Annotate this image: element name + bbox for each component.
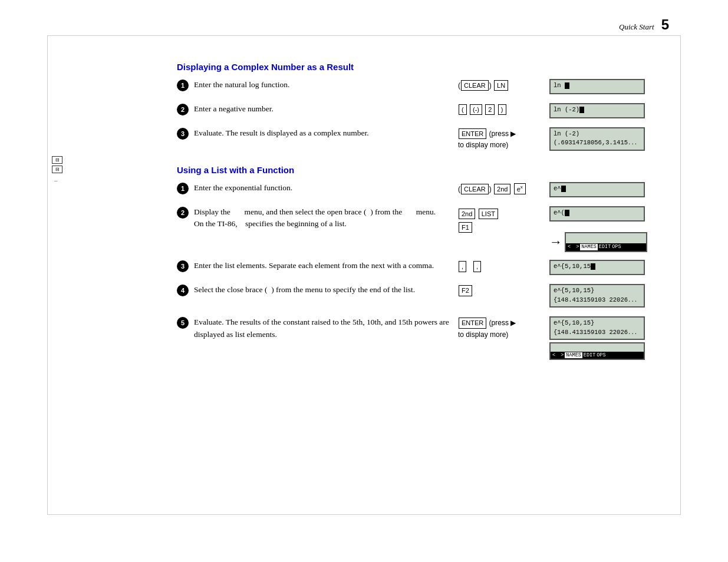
section2-step5: 5 Evaluate. The results of the constant … (177, 316, 648, 360)
margin-icon-bottom: ⊟ (52, 166, 62, 173)
menu-item-ops: OPS (612, 244, 621, 251)
s2-step-bullet-4: 4 (177, 285, 189, 296)
step3-screen: ln (-2) (.69314718056,3.1415... (549, 127, 648, 154)
menu-item-edit: EDIT (599, 244, 611, 251)
menu-item-space (572, 244, 575, 251)
s2-step1-screen: e^ (549, 182, 648, 201)
screen-s2-2b-content (566, 233, 646, 243)
step2-keys: ( (-) 2 ) (458, 103, 549, 115)
menu-item-names: NAMES (580, 244, 598, 251)
page-header: Quick Start 5 (619, 16, 669, 33)
section2-step2: 2 Display the menu, and then select the … (177, 206, 648, 254)
section2-steps: 1 Enter the exponential function. (CLEAR… (177, 182, 648, 360)
cursor-s2-2 (565, 210, 569, 216)
key-enter-2: ENTER (459, 318, 486, 328)
s2-step4-desc: Select the close brace ( ) from the menu… (194, 284, 458, 296)
menu2-item-ops: OPS (597, 352, 605, 358)
step3-keys: ENTER (press ▶to display more) (458, 127, 549, 151)
step-bullet-3: 3 (177, 128, 189, 140)
s2-step-bullet-1: 1 (177, 183, 189, 194)
section2-step1: 1 Enter the exponential function. (CLEAR… (177, 182, 648, 201)
border-left (47, 35, 48, 515)
key-clear-2: CLEAR (461, 184, 489, 194)
step2-screen: ln (-2) (549, 103, 648, 122)
menu2-item-gt: > (561, 352, 564, 358)
screen-s2-4: e^{5,10,15}{148.413159103 22026... (549, 284, 645, 308)
left-margin-icons: ⊟ ⊟ – (52, 156, 62, 184)
s2-step-bullet-3: 3 (177, 260, 189, 272)
s2-step4-keys: F2 (458, 284, 549, 296)
section1-steps: 1 Enter the natural log function. (CLEAR… (177, 79, 648, 154)
header-title: Quick Start (619, 22, 654, 32)
key-f1: F1 (459, 222, 472, 233)
key-open-paren: ( (459, 104, 467, 115)
screen-3: ln (-2) (.69314718056,3.1415... (549, 127, 645, 151)
s2-step5-desc: Evaluate. The results of the constant ra… (194, 316, 458, 340)
arrow-row: → < > NAMES EDIT OPS (549, 232, 648, 252)
key-2nd-1: 2nd (494, 184, 510, 194)
cursor-1 (565, 82, 569, 89)
border-right (680, 35, 681, 515)
screen-s2-3: e^{5,10,15 (549, 260, 645, 275)
s2-step3-desc: Enter the list elements. Separate each e… (194, 260, 458, 272)
menu-item-gt: > (576, 244, 579, 251)
cursor-2 (579, 107, 584, 113)
menu2-item-space (556, 352, 559, 358)
step-bullet-1: 1 (177, 80, 189, 91)
arrow-right-icon: → (549, 234, 562, 250)
menu2-item-names: NAMES (565, 352, 582, 358)
s2-step2-keys: 2nd LIST F1 (458, 206, 549, 234)
key-ln: LN (494, 80, 508, 91)
s2-step2-desc: Display the menu, and then select the op… (194, 206, 458, 230)
menu2-item-lt: < (552, 352, 555, 358)
menu-item-lt: < (568, 244, 571, 251)
s2-step3-keys: , , (458, 260, 549, 272)
menu-bar-1: < > NAMES EDIT OPS (566, 243, 646, 252)
section2-title: Using a List with a Function (177, 165, 648, 175)
cursor-s2-3 (591, 263, 595, 270)
margin-icon-top: ⊟ (52, 156, 62, 164)
step3-desc: Evaluate. The result is displayed as a c… (194, 127, 458, 139)
step1-desc: Enter the natural log function. (194, 79, 458, 91)
key-clear: CLEAR (461, 80, 489, 91)
screen-s2-5b: < > NAMES EDIT OPS (549, 342, 645, 360)
s2-step2-screen: e^( → < > NAMES EDIT OPS (549, 206, 648, 254)
header-page-number: 5 (661, 16, 669, 33)
key-close-paren: ) (498, 104, 506, 115)
key-ex: ex (514, 183, 526, 194)
screen-s2-2b: < > NAMES EDIT OPS (565, 232, 647, 252)
border-top (47, 35, 681, 36)
step1-keys: (CLEAR) LN (458, 79, 549, 91)
margin-dash: – (54, 177, 62, 184)
key-neg: (-) (470, 104, 482, 115)
s2-step-bullet-2: 2 (177, 207, 189, 219)
screen-s2-2a: e^( (549, 206, 645, 222)
menu2-item-edit: EDIT (584, 352, 595, 358)
border-bottom (47, 514, 681, 515)
s2-step-bullet-5: 5 (177, 317, 189, 329)
cursor-s2-1 (561, 186, 566, 192)
section1-step3: 3 Evaluate. The result is displayed as a… (177, 127, 648, 154)
s2-step4-screen: e^{5,10,15}{148.413159103 22026... (549, 284, 648, 311)
screen-s2-5b-content (551, 343, 644, 352)
screen-s2-1: e^ (549, 182, 645, 197)
s2-step5-screen: e^{5,10,15}{148.413159103 22026... < > N… (549, 316, 648, 360)
step-bullet-2: 2 (177, 104, 189, 115)
page: Quick Start 5 ⊟ ⊟ – Displaying a Complex… (0, 0, 728, 562)
section1-step2: 2 Enter a negative number. ( (-) 2 ) ln … (177, 103, 648, 122)
section2-step3: 3 Enter the list elements. Separate each… (177, 260, 648, 279)
screen-2: ln (-2) (549, 103, 645, 118)
key-comma-2: , (473, 261, 481, 272)
key-list: LIST (479, 209, 498, 219)
step1-screen: ln (549, 79, 648, 98)
screen-1: ln (549, 79, 645, 94)
section2-step4: 4 Select the close brace ( ) from the me… (177, 284, 648, 311)
section1-step1: 1 Enter the natural log function. (CLEAR… (177, 79, 648, 98)
s2-step3-screen: e^{5,10,15 (549, 260, 648, 279)
key-enter-1: ENTER (459, 128, 486, 139)
key-f2: F2 (459, 285, 472, 296)
screen-s2-5a: e^{5,10,15}{148.413159103 22026... (549, 316, 645, 340)
s2-step5-keys: ENTER (press ▶to display more) (458, 316, 549, 340)
menu-bar-2: < > NAMES EDIT OPS (551, 352, 644, 359)
key-2: 2 (485, 104, 495, 115)
